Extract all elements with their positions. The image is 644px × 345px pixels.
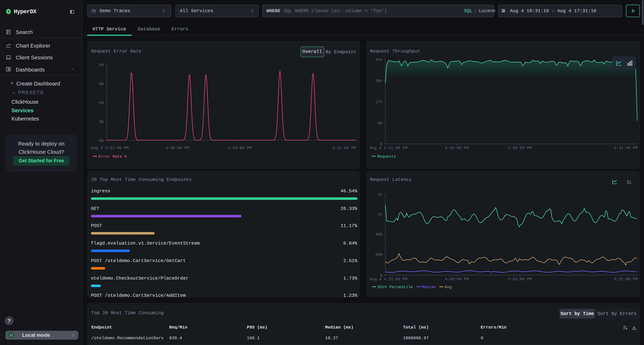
svg-text:17k: 17k	[375, 100, 382, 104]
svg-text:0%: 0%	[99, 82, 104, 86]
svg-text:9k: 9k	[378, 121, 382, 126]
svg-text:1k: 1k	[378, 212, 382, 217]
svg-text:0%: 0%	[99, 63, 104, 67]
svg-text:200: 200	[375, 253, 382, 257]
svg-text:0%: 0%	[99, 139, 104, 143]
svg-text:0%: 0%	[99, 120, 104, 124]
svg-text:26k: 26k	[375, 79, 382, 83]
svg-text:0%: 0%	[99, 101, 104, 105]
svg-text:34k: 34k	[375, 57, 382, 62]
svg-text:400: 400	[375, 232, 382, 237]
svg-text:1k: 1k	[378, 193, 382, 197]
